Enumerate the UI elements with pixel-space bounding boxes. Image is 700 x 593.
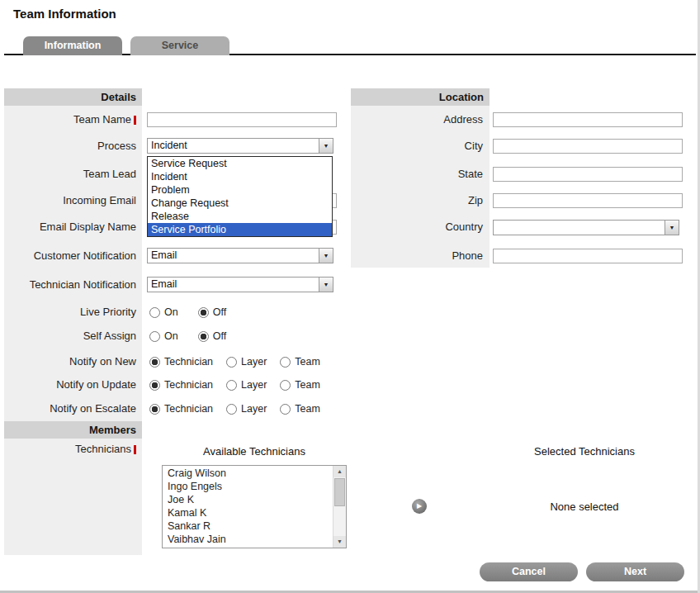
live-priority-label: Live Priority [4,306,136,319]
customer-notification-select[interactable]: Email ▼ [147,248,333,263]
state-label: State [351,168,483,181]
members-label-column [4,439,142,555]
customer-notification-value: Email [151,249,177,263]
selected-technicians-empty-text: None selected [487,500,682,514]
self-assign-radio-group: On Off [149,330,246,343]
notify-on-new-radio-group: Technician Layer Team [149,355,333,368]
chevron-down-icon[interactable]: ▼ [319,278,333,292]
customer-notification-label: Customer Notification [4,249,136,263]
dropdown-option[interactable]: Service Request [148,157,332,170]
location-label-column [351,106,490,268]
required-marker [134,116,136,125]
selected-technicians-title: Selected Technicians [487,445,682,458]
details-label-column [4,106,142,421]
technicians-label-text: Technicians [75,443,131,455]
address-input[interactable] [493,112,683,127]
technician-list-item[interactable]: Joe K [163,493,333,506]
phone-label: Phone [351,249,483,263]
country-select[interactable]: ▼ [493,220,679,235]
tab-information-label: Information [45,40,102,51]
notify-escalate-technician-label: Technician [164,403,213,415]
self-assign-on-label: On [164,330,178,342]
process-select[interactable]: Incident ▼ [147,138,333,154]
email-display-name-label: Email Display Name [4,221,136,234]
self-assign-label: Self Assign [4,330,136,343]
next-button[interactable]: Next [586,562,684,581]
self-assign-off-label: Off [213,330,226,342]
technician-list-item[interactable]: Ingo Engels [163,480,333,493]
dropdown-option[interactable]: Change Request [148,197,332,210]
tab-service-label: Service [162,40,198,51]
notify-on-update-label: Notify on Update [4,378,136,391]
dropdown-option[interactable]: Problem [148,183,332,197]
technician-list-item[interactable]: Kamal K [163,506,333,519]
required-marker [134,445,136,454]
team-name-input[interactable] [147,112,337,127]
live-priority-on-radio[interactable] [149,307,160,318]
tab-information[interactable]: Information [23,36,122,55]
notify-escalate-team-label: Team [295,403,320,415]
chevron-down-icon[interactable]: ▼ [319,139,333,153]
dropdown-option[interactable]: Incident [148,170,332,183]
process-label: Process [4,140,136,153]
notify-update-technician-radio[interactable] [149,380,160,391]
listbox-scrollbar[interactable]: ▲ ▼ [333,466,346,548]
zip-input[interactable] [493,193,683,208]
available-technicians-items: Craig Wilson Ingo Engels Joe K Kamal K S… [163,467,333,547]
self-assign-off-radio[interactable] [198,331,209,342]
incoming-email-label: Incoming Email [4,194,136,207]
dropdown-option-highlighted[interactable]: Service Portfolio [148,223,332,236]
technician-notification-label: Technician Notification [4,278,136,292]
notify-escalate-layer-radio[interactable] [226,404,237,415]
team-information-page: Team Information Information Service Det… [0,0,700,593]
city-label: City [351,140,483,153]
self-assign-on-radio[interactable] [149,331,160,342]
page-title: Team Information [13,7,116,21]
notify-new-technician-label: Technician [164,356,213,368]
notify-on-update-radio-group: Technician Layer Team [149,378,333,391]
scroll-up-icon[interactable]: ▲ [333,466,346,477]
team-name-label: Team Name [4,113,136,126]
notify-new-team-radio[interactable] [280,357,291,368]
technician-list-item[interactable]: Vaibhav Jain [163,533,333,546]
notify-new-layer-radio[interactable] [226,357,237,368]
notify-escalate-team-radio[interactable] [280,404,291,415]
details-section-header: Details [4,88,142,106]
notify-update-layer-label: Layer [241,379,267,391]
address-label: Address [351,113,483,126]
team-name-label-text: Team Name [73,113,131,126]
notify-update-team-label: Team [295,379,320,391]
scrollbar-thumb[interactable] [334,478,345,506]
live-priority-off-label: Off [213,306,226,318]
notify-update-technician-label: Technician [164,379,213,391]
tab-service[interactable]: Service [130,36,229,55]
process-select-value: Incident [151,139,187,153]
notify-update-team-radio[interactable] [280,380,291,391]
phone-input[interactable] [493,249,683,263]
cancel-button[interactable]: Cancel [480,562,578,581]
members-section-header: Members [4,421,142,439]
technician-notification-select[interactable]: Email ▼ [147,277,333,292]
team-lead-label: Team Lead [4,168,136,181]
live-priority-on-label: On [164,306,178,318]
chevron-down-icon[interactable]: ▼ [319,249,333,263]
notify-escalate-technician-radio[interactable] [149,404,160,415]
scroll-down-icon[interactable]: ▼ [333,536,346,548]
technician-list-item[interactable]: Sankar R [163,519,333,533]
notify-new-team-label: Team [295,356,320,368]
technician-notification-value: Email [151,278,177,292]
location-section-header: Location [351,88,490,106]
notify-new-technician-radio[interactable] [149,357,160,368]
available-technicians-listbox[interactable]: Craig Wilson Ingo Engels Joe K Kamal K S… [162,465,347,548]
notify-new-layer-label: Layer [241,356,267,368]
state-input[interactable] [493,167,683,182]
live-priority-off-radio[interactable] [198,307,209,318]
move-right-icon[interactable]: ▶ [412,499,427,514]
notify-on-new-label: Notify on New [4,355,136,368]
city-input[interactable] [493,139,683,154]
notify-on-escalate-label: Notify on Escalate [4,402,136,415]
notify-update-layer-radio[interactable] [226,380,237,391]
dropdown-option[interactable]: Release [148,210,332,223]
chevron-down-icon[interactable]: ▼ [665,221,679,235]
technician-list-item[interactable]: Craig Wilson [163,467,333,480]
